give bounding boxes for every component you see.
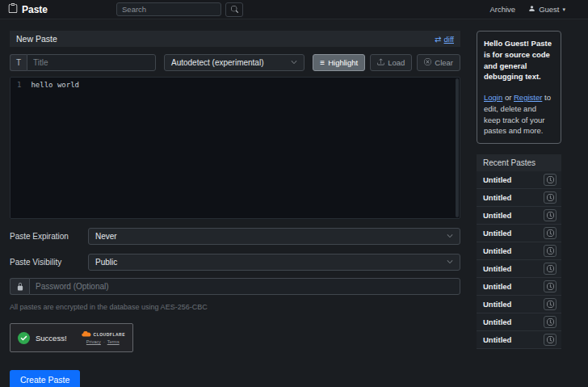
clock-icon [547, 298, 554, 310]
password-input-group [10, 278, 460, 295]
clock-icon [547, 316, 554, 328]
history-button[interactable] [544, 334, 556, 346]
line-number: 1 [17, 81, 21, 89]
diff-icon: ⇄ [435, 35, 441, 44]
editor-toolbar: ≡ Highlight Load Clear [313, 54, 460, 71]
clock-icon [547, 280, 554, 292]
history-button[interactable] [544, 174, 556, 186]
recent-paste-item[interactable]: Untitled [477, 242, 561, 260]
recent-paste-label: Untitled [483, 282, 511, 291]
password-input[interactable] [29, 278, 460, 295]
history-button[interactable] [544, 227, 556, 239]
login-link[interactable]: Login [484, 93, 502, 102]
recent-paste-item[interactable]: Untitled [477, 225, 561, 242]
cloudflare-branding: CLOUDFLARE Privacy · Terms [81, 331, 125, 344]
history-button[interactable] [544, 316, 556, 328]
expiration-row: Paste Expiration Never [10, 228, 460, 245]
recent-paste-item[interactable]: Untitled [477, 189, 561, 207]
title-input[interactable] [27, 54, 156, 71]
list-icon: ≡ [320, 59, 325, 67]
recent-paste-item[interactable]: Untitled [477, 313, 561, 331]
recent-paste-item[interactable]: Untitled [477, 207, 561, 225]
user-label: Guest [539, 5, 559, 14]
search-icon [231, 3, 238, 15]
new-paste-panel: New Paste ⇄ diff T Autodetect (experimen… [10, 31, 460, 387]
navbar-right: Archive Guest ▾ [489, 5, 565, 14]
clock-icon [547, 209, 554, 221]
privacy-link[interactable]: Privacy [86, 339, 101, 344]
clock-icon [547, 263, 554, 275]
recent-pastes-list: Untitled Untitled Untitled Untitled [477, 171, 561, 349]
recent-pastes-title: Recent Pastes [477, 154, 561, 171]
bullet-separator: · [103, 339, 105, 344]
cloudflare-cloud-icon [81, 331, 92, 338]
recent-paste-label: Untitled [483, 175, 511, 184]
chevron-down-icon [291, 58, 297, 67]
guest-info-links: Login or Register to edit, delete and ke… [484, 92, 554, 137]
main-content: New Paste ⇄ diff T Autodetect (experimen… [0, 19, 588, 387]
language-select[interactable]: Autodetect (experimental) [164, 54, 304, 71]
recent-paste-item[interactable]: Untitled [477, 278, 561, 296]
panel-title: New Paste [16, 34, 57, 44]
brand-home-link[interactable]: Paste [8, 3, 48, 15]
encryption-note: All pastes are encrypted in the database… [10, 303, 460, 311]
success-check-icon [18, 332, 30, 344]
recent-paste-item[interactable]: Untitled [477, 331, 561, 349]
cloudflare-wordmark: CLOUDFLARE [94, 332, 125, 337]
visibility-label: Paste Visibility [10, 258, 88, 267]
language-select-value: Autodetect (experimental) [171, 58, 264, 67]
code-editor[interactable]: 1hello world [10, 77, 460, 219]
panel-header: New Paste ⇄ diff [10, 31, 460, 47]
clock-icon [547, 334, 554, 346]
search-input[interactable] [116, 2, 221, 16]
editor-scrollbar[interactable] [456, 78, 459, 217]
recent-paste-label: Untitled [483, 211, 511, 220]
recent-paste-item[interactable]: Untitled [477, 296, 561, 313]
guest-info-bold: Hello Guest! Paste is for source code an… [484, 38, 554, 82]
recent-paste-label: Untitled [483, 300, 511, 309]
visibility-row: Paste Visibility Public [10, 254, 460, 271]
captcha-links: Privacy · Terms [86, 339, 120, 344]
lock-icon [10, 278, 29, 295]
sidebar: Hello Guest! Paste is for source code an… [477, 31, 561, 387]
archive-link[interactable]: Archive [489, 5, 515, 14]
chevron-down-icon [447, 258, 453, 267]
expiration-select[interactable]: Never [88, 228, 460, 245]
recent-paste-item[interactable]: Untitled [477, 260, 561, 278]
paste-form-row: T Autodetect (experimental) ≡ Highlight [10, 54, 460, 71]
brand-label: Paste [22, 4, 48, 15]
title-input-group: T [10, 54, 156, 71]
search-button[interactable] [225, 2, 243, 17]
terms-link[interactable]: Terms [107, 339, 120, 344]
title-addon: T [10, 54, 27, 71]
clear-button[interactable]: Clear [417, 54, 460, 71]
visibility-value: Public [95, 258, 117, 267]
chevron-down-icon [447, 232, 453, 241]
load-button[interactable]: Load [370, 54, 412, 71]
navbar: Paste Archive Guest ▾ [0, 0, 588, 19]
clock-icon [547, 245, 554, 257]
recent-paste-item[interactable]: Untitled [477, 171, 561, 189]
diff-link[interactable]: ⇄ diff [435, 35, 454, 44]
person-icon [528, 5, 536, 14]
visibility-select[interactable]: Public [88, 254, 460, 271]
clock-icon [547, 191, 554, 204]
search-group [116, 2, 243, 17]
history-button[interactable] [544, 245, 556, 257]
recent-pastes-panel: Recent Pastes Untitled Untitled Untitled… [477, 154, 561, 349]
history-button[interactable] [544, 209, 556, 221]
caret-down-icon: ▾ [562, 6, 565, 12]
recent-paste-label: Untitled [483, 229, 511, 238]
register-link[interactable]: Register [514, 93, 542, 102]
x-circle-icon [424, 58, 431, 67]
recent-paste-label: Untitled [483, 335, 511, 344]
create-paste-button[interactable]: Create Paste [10, 370, 80, 387]
highlight-button[interactable]: ≡ Highlight [313, 54, 365, 71]
history-button[interactable] [544, 191, 556, 204]
history-button[interactable] [544, 298, 556, 310]
history-button[interactable] [544, 263, 556, 275]
expiration-value: Never [95, 232, 117, 241]
diff-label: diff [443, 35, 454, 44]
user-menu[interactable]: Guest ▾ [528, 5, 565, 14]
history-button[interactable] [544, 280, 556, 292]
